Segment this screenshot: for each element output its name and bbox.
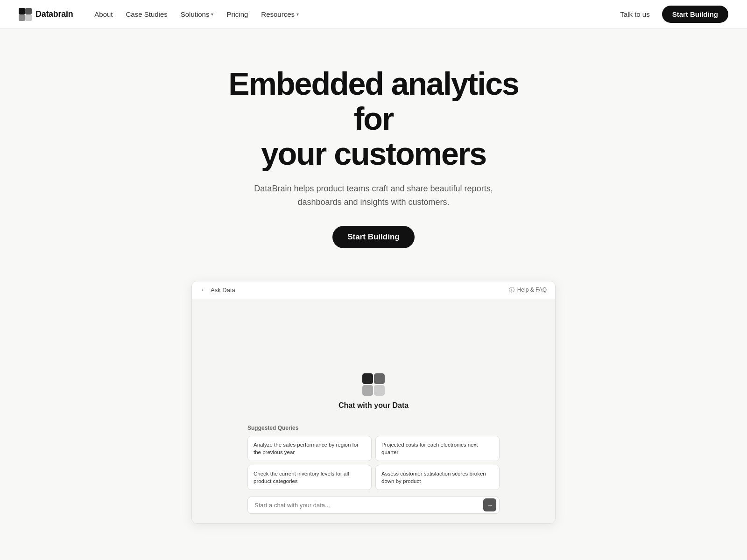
solutions-chevron-icon: ▾	[211, 12, 213, 17]
chat-with-data-label: Chat with your Data	[338, 401, 409, 410]
nav-item-resources[interactable]: Resources ▾	[256, 7, 303, 21]
nav-item-about[interactable]: About	[90, 7, 117, 21]
suggested-queries-section: Suggested Queries Analyze the sales perf…	[238, 425, 509, 497]
start-building-nav-button[interactable]: Start Building	[662, 6, 728, 23]
nav-right: Talk to us Start Building	[615, 6, 728, 23]
demo-help-link[interactable]: ⓘ Help & FAQ	[509, 286, 547, 294]
brand-name: Databrain	[35, 9, 73, 19]
suggested-queries-grid: Analyze the sales performance by region …	[247, 436, 500, 490]
suggested-chip-3[interactable]: Assess customer satisfaction scores brok…	[375, 465, 500, 490]
hero-subtitle: DataBrain helps product teams craft and …	[252, 182, 495, 209]
start-building-hero-button[interactable]: Start Building	[332, 226, 414, 248]
suggested-chip-0[interactable]: Analyze the sales performance by region …	[247, 436, 372, 461]
hero-section: Embedded analytics for your customers Da…	[0, 29, 747, 272]
svg-rect-1	[25, 8, 32, 14]
demo-center-content: Chat with your Data	[338, 345, 409, 410]
suggested-queries-label: Suggested Queries	[247, 425, 500, 431]
back-arrow-icon[interactable]: ←	[200, 286, 207, 294]
help-icon: ⓘ	[509, 286, 514, 294]
svg-rect-0	[19, 8, 25, 14]
svg-rect-6	[362, 385, 373, 396]
chat-input[interactable]	[248, 497, 483, 513]
nav-item-solutions[interactable]: Solutions ▾	[176, 7, 218, 21]
talk-to-us-button[interactable]: Talk to us	[615, 7, 654, 21]
demo-databrain-logo-icon	[362, 373, 385, 396]
svg-rect-7	[374, 385, 385, 396]
demo-input-wrap: →	[247, 497, 500, 514]
nav-item-case-studies[interactable]: Case Studies	[121, 7, 172, 21]
svg-rect-5	[374, 373, 385, 384]
suggested-chip-2[interactable]: Check the current inventory levels for a…	[247, 465, 372, 490]
resources-chevron-icon: ▾	[296, 12, 299, 17]
demo-topbar-left: ← Ask Data	[200, 286, 235, 294]
send-button[interactable]: →	[483, 498, 496, 511]
nav-item-pricing[interactable]: Pricing	[222, 7, 253, 21]
suggested-chip-1[interactable]: Projected costs for each electronics nex…	[375, 436, 500, 461]
demo-window: ← Ask Data ⓘ Help & FAQ Chat with your D…	[191, 281, 556, 524]
svg-rect-2	[19, 14, 25, 21]
demo-topbar: ← Ask Data ⓘ Help & FAQ	[192, 281, 555, 299]
hero-title: Embedded analytics for your customers	[210, 66, 537, 171]
navbar: Databrain About Case Studies Solutions ▾…	[0, 0, 747, 29]
svg-rect-3	[25, 14, 32, 21]
demo-input-row: →	[238, 497, 509, 514]
logo[interactable]: Databrain	[19, 8, 73, 21]
svg-rect-4	[362, 373, 373, 384]
demo-wrapper: ← Ask Data ⓘ Help & FAQ Chat with your D…	[182, 281, 565, 524]
ask-data-label: Ask Data	[211, 287, 235, 294]
databrain-logo-icon	[19, 8, 32, 21]
demo-body: Chat with your Data Suggested Queries An…	[192, 299, 555, 523]
help-label: Help & FAQ	[517, 287, 547, 293]
nav-links: About Case Studies Solutions ▾ Pricing R…	[90, 7, 303, 21]
nav-left: Databrain About Case Studies Solutions ▾…	[19, 7, 303, 21]
